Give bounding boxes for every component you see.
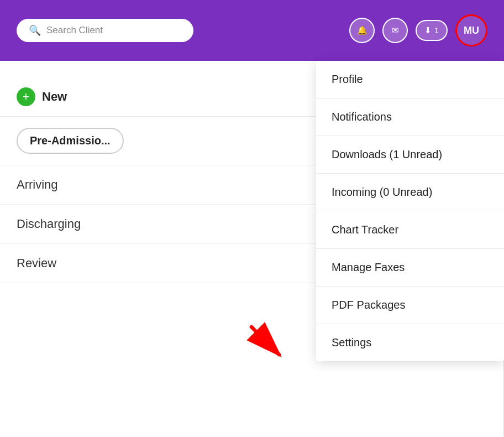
app-header: 🔍 Search Client 🔔 ✉ ⬇ 1 MU bbox=[0, 0, 504, 61]
pre-admission-label: Pre-Admissio... bbox=[30, 134, 111, 147]
dropdown-item-incoming[interactable]: Incoming (0 Unread) bbox=[316, 174, 504, 211]
search-placeholder: Search Client bbox=[46, 25, 103, 36]
search-icon: 🔍 bbox=[29, 24, 41, 37]
new-label: New bbox=[42, 90, 67, 104]
dropdown-menu: Profile Notifications Downloads (1 Unrea… bbox=[316, 61, 504, 361]
dropdown-item-pdf-packages[interactable]: PDF Packages bbox=[316, 287, 504, 324]
dropdown-item-manage-faxes[interactable]: Manage Faxes bbox=[316, 249, 504, 287]
dropdown-item-settings[interactable]: Settings bbox=[316, 324, 504, 361]
download-label: ⬇ 1 bbox=[424, 25, 439, 35]
mail-button[interactable]: ✉ bbox=[382, 18, 408, 43]
search-bar[interactable]: 🔍 Search Client bbox=[17, 19, 193, 42]
bell-button[interactable]: 🔔 bbox=[349, 18, 375, 43]
dropdown-item-profile[interactable]: Profile bbox=[316, 61, 504, 98]
download-button[interactable]: ⬇ 1 bbox=[416, 20, 448, 41]
avatar-initials: MU bbox=[464, 25, 479, 37]
avatar-button[interactable]: MU bbox=[455, 14, 487, 46]
mail-icon: ✉ bbox=[392, 25, 399, 35]
plus-button[interactable]: + bbox=[17, 87, 35, 106]
dropdown-item-notifications[interactable]: Notifications bbox=[316, 98, 504, 136]
dropdown-item-chart-tracker[interactable]: Chart Tracker bbox=[316, 211, 504, 249]
bell-icon: 🔔 bbox=[357, 25, 368, 35]
dropdown-item-downloads[interactable]: Downloads (1 Unread) bbox=[316, 136, 504, 174]
header-actions: 🔔 ✉ ⬇ 1 MU bbox=[349, 14, 487, 46]
main-content: + New Pre-Admissio... Arriving Dischargi… bbox=[0, 61, 504, 437]
pre-admission-pill[interactable]: Pre-Admissio... bbox=[17, 128, 124, 154]
